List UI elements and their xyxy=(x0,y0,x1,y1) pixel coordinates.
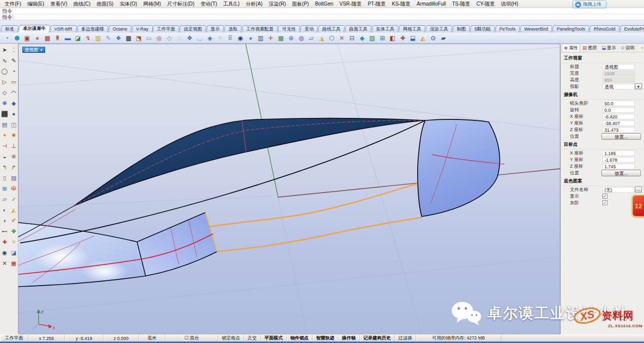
toolbar-icon[interactable]: ▧ xyxy=(93,34,103,43)
toolbar-icon[interactable]: ❖ xyxy=(114,34,123,43)
status-pane[interactable]: 过滤器 xyxy=(395,335,416,341)
toolbar-icon[interactable]: ◈ xyxy=(205,34,215,43)
toolbar-icon[interactable]: ▬ xyxy=(63,34,73,43)
left-toolbar-icon[interactable]: ⊣ xyxy=(1,141,9,151)
toolbar-icon[interactable]: ⁘ xyxy=(215,34,225,43)
menu-item[interactable]: KS-随意 xyxy=(389,0,414,8)
menu-item[interactable]: 渲染(R) xyxy=(265,0,289,8)
left-toolbar-icon[interactable]: ▨ xyxy=(10,173,18,183)
toolbar-icon[interactable]: ◧ xyxy=(388,34,397,43)
toolbar-icon[interactable]: ⊟ xyxy=(347,34,357,43)
left-toolbar-icon[interactable]: ◖ xyxy=(1,215,9,226)
toolbar-icon[interactable]: ⬔ xyxy=(134,34,144,43)
menu-item[interactable]: CY-随意 xyxy=(473,0,498,8)
target-x-value[interactable]: 1.186 xyxy=(602,150,635,156)
menu-item[interactable]: 曲线(C) xyxy=(70,0,93,8)
toolbar-icon[interactable]: ◉ xyxy=(235,34,245,43)
menu-item[interactable]: 面板(P) xyxy=(289,0,312,8)
toolbar-icon[interactable]: ⊙ xyxy=(428,34,438,43)
left-toolbar-icon[interactable]: ◒ xyxy=(1,151,9,162)
left-toolbar-icon[interactable]: ▤ xyxy=(1,119,9,130)
viewport-title-value[interactable]: 透视图 xyxy=(602,64,635,70)
status-pane[interactable]: 工作平面 xyxy=(0,335,28,341)
left-toolbar-icon[interactable]: ✕ xyxy=(1,258,9,268)
status-pane[interactable]: 物件锁点 xyxy=(287,335,313,341)
left-surface-group[interactable] xyxy=(18,223,146,287)
toolbar-icon[interactable]: ● xyxy=(32,34,42,43)
wallpaper-grayscale-checkbox[interactable]: ✓ xyxy=(602,200,607,205)
left-toolbar-icon[interactable]: ✐ xyxy=(10,215,18,226)
left-toolbar-icon[interactable]: ◇ xyxy=(1,87,9,98)
toolbar-tab[interactable]: VSR-MR xyxy=(50,25,77,33)
toolbar-icon[interactable]: ◭ xyxy=(418,34,428,43)
toolbar-tab[interactable]: 多边形建模 xyxy=(77,25,108,33)
left-toolbar-icon[interactable]: ⊞ xyxy=(1,183,9,194)
projection-dropdown-button[interactable]: ▼ xyxy=(635,83,642,89)
camera-y-value[interactable]: -38.407 xyxy=(602,120,635,126)
status-pane[interactable]: 可用的物理内存: 4272 MB xyxy=(416,335,501,341)
toolbar-tab[interactable]: 曲线工具 xyxy=(318,25,345,33)
toolbar-icon[interactable]: ⊕ xyxy=(286,34,296,43)
menu-item[interactable]: 网格(M) xyxy=(140,0,164,8)
left-toolbar-icon[interactable]: ✸ xyxy=(10,130,18,140)
toolbar-icon[interactable]: ◕ xyxy=(246,34,255,43)
left-toolbar-icon[interactable]: ◪ xyxy=(10,247,18,258)
toolbar-icon[interactable]: ◪ xyxy=(73,34,83,43)
toolbar-tab[interactable]: V-Ray xyxy=(131,25,153,33)
left-toolbar-icon[interactable]: ◯ xyxy=(1,66,9,76)
panel-options-icon[interactable]: ◔ xyxy=(640,45,643,51)
target-y-value[interactable]: -1.678 xyxy=(602,157,635,163)
wallpaper-file-value[interactable]: (无) xyxy=(602,187,635,193)
left-toolbar-icon[interactable]: ✚ xyxy=(1,237,9,247)
left-toolbar-icon[interactable]: ⊷ xyxy=(1,226,9,236)
left-toolbar-icon[interactable]: ◫ xyxy=(10,119,18,130)
toolbar-icon[interactable]: ▨ xyxy=(367,34,377,43)
toolbar-tab[interactable]: 选取 xyxy=(224,25,242,33)
menu-item[interactable]: 尺寸标注(D) xyxy=(164,0,197,8)
status-pane[interactable]: 毫米 xyxy=(139,335,165,341)
wallpaper-browse-button[interactable]: ... xyxy=(635,186,642,193)
toolbar-icon[interactable]: ✛ xyxy=(266,34,276,43)
menu-item[interactable]: 文件(F) xyxy=(2,0,24,8)
menu-item[interactable]: VSR-随意 xyxy=(336,0,365,8)
promo-12-badge[interactable]: 12 xyxy=(632,195,644,217)
toolbar-icon[interactable]: ▣ xyxy=(22,34,32,43)
status-pane[interactable]: 锁定格点 xyxy=(218,335,244,341)
left-toolbar-icon[interactable]: ◆ xyxy=(10,98,18,108)
toolbar-tab[interactable]: 制图 xyxy=(452,25,470,33)
command-input[interactable]: 指令: xyxy=(0,14,644,20)
toolbar-icon[interactable]: ▦ xyxy=(276,34,286,43)
toolbar-tab[interactable]: 渲染工具 xyxy=(425,25,452,33)
toolbar-icon[interactable]: ✚ xyxy=(398,34,408,43)
camera-focal-value[interactable]: 50.0 xyxy=(602,101,635,106)
left-toolbar-icon[interactable]: ▯ xyxy=(1,173,9,183)
target-z-value[interactable]: 1.745 xyxy=(602,164,635,169)
panel-tab[interactable]: ▤ 图层 xyxy=(581,44,599,52)
status-pane[interactable]: x 7.256 xyxy=(28,335,65,341)
toolbar-icon[interactable]: ▦ xyxy=(43,34,52,43)
toolbar-icon[interactable]: ⬓ xyxy=(408,34,418,43)
menu-item[interactable]: 查看(V) xyxy=(47,0,70,8)
toolbar-tab[interactable]: 设定视图 xyxy=(179,25,206,33)
toolbar-icon[interactable]: ▰ xyxy=(438,34,448,43)
left-toolbar-icon[interactable]: ⑂ xyxy=(10,237,18,247)
toolbar-icon[interactable]: ◇ xyxy=(164,34,174,43)
left-toolbar-icon[interactable]: ▦ xyxy=(10,258,18,268)
status-pane[interactable]: y -5.419 xyxy=(65,335,104,341)
toolbar-icon[interactable]: ◆ xyxy=(357,34,367,43)
camera-rotation-value[interactable]: 0.0 xyxy=(602,107,635,113)
toolbar-tab[interactable]: 网格工具 xyxy=(398,25,425,33)
status-pane[interactable]: ☐ 混合 xyxy=(165,335,218,341)
toolbar-tab[interactable]: 工作平面 xyxy=(152,25,179,33)
toolbar-tab[interactable]: PeTools xyxy=(495,25,520,33)
status-pane[interactable]: 智慧轨迹 xyxy=(313,335,338,341)
camera-x-value[interactable]: -6.420 xyxy=(602,114,635,119)
toolbar-tab[interactable]: 卓尔谟犀牛 xyxy=(18,25,50,33)
toolbar-tab[interactable]: 变动 xyxy=(300,25,318,33)
menu-item[interactable]: 说明(H) xyxy=(498,0,521,8)
menu-item[interactable]: TS-随意 xyxy=(449,0,473,8)
status-pane[interactable]: 正交 xyxy=(244,335,261,341)
menu-item[interactable]: ArmadilloFull xyxy=(414,1,449,7)
camera-z-value[interactable]: 31.473 xyxy=(602,127,635,133)
viewport-title-tab[interactable]: 透视图▼ xyxy=(22,47,45,53)
